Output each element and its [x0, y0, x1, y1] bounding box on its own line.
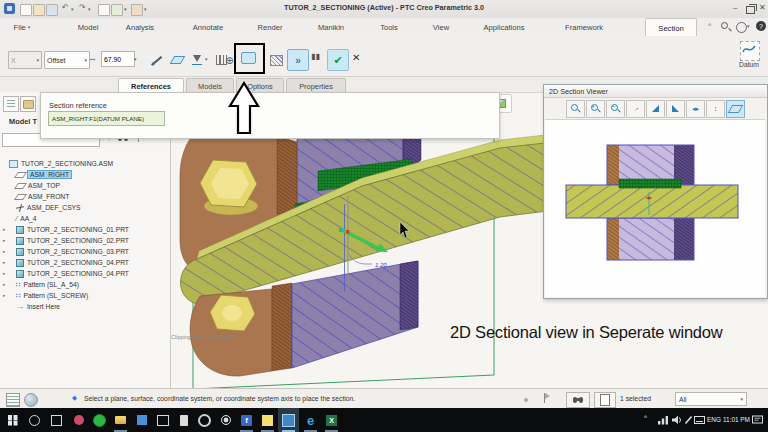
settings-icon[interactable]	[194, 408, 215, 432]
tab-applications[interactable]: Applications	[470, 18, 538, 36]
tree-folder-icon[interactable]	[20, 96, 36, 112]
cortana-icon[interactable]	[24, 408, 45, 432]
flip-horizontal-icon[interactable]: ◂▸	[686, 100, 705, 118]
tree-item-part-04b[interactable]: ▸ TUTOR_2_SECTIONING_04.PRT	[3, 268, 167, 279]
layers-toggle-icon[interactable]	[24, 393, 38, 407]
depth-dropdown-icon[interactable]: ▾	[134, 57, 137, 62]
expander-icon[interactable]: ▸	[3, 293, 16, 298]
zoom-out-icon[interactable]: −	[606, 100, 625, 118]
flip-vertical-icon[interactable]: ↕	[706, 100, 725, 118]
tree-item-insert-here[interactable]: → Insert Here	[3, 301, 167, 312]
calculator-icon[interactable]	[173, 408, 194, 432]
rotate-left-icon[interactable]	[646, 100, 665, 118]
tree-item-pattern-2[interactable]: ▸ ∷ Pattern (SL_SCREW)	[3, 290, 167, 301]
creo-taskbar-icon[interactable]	[278, 408, 299, 432]
tree-view-icon[interactable]	[3, 96, 19, 112]
tab-model[interactable]: Model	[70, 18, 106, 36]
tab-analysis[interactable]: Analysis	[115, 18, 165, 36]
expander-icon[interactable]: ▸	[3, 260, 16, 265]
file-explorer-icon[interactable]	[110, 408, 131, 432]
tab-file[interactable]: File▾	[6, 18, 38, 36]
touch-keyboard-icon[interactable]	[694, 415, 705, 425]
language-indicator[interactable]: ENG	[707, 416, 721, 423]
task-view-icon[interactable]	[46, 408, 67, 432]
start-button[interactable]	[2, 408, 23, 432]
flip-material-button[interactable]	[189, 50, 206, 70]
pen-icon[interactable]	[684, 415, 693, 425]
tab-tools[interactable]: Tools	[370, 18, 408, 36]
toggle-hatching-button[interactable]	[266, 50, 286, 70]
restore-button[interactable]	[746, 6, 755, 14]
edge-icon[interactable]: e	[300, 408, 321, 432]
datum-group-icon[interactable]	[740, 41, 760, 61]
close-button[interactable]: ✕	[759, 4, 766, 12]
clock[interactable]: 11:01 PM	[723, 416, 750, 423]
tree-item-pattern-1[interactable]: ▸ ∷ Pattern (SL_A_54)	[3, 279, 167, 290]
tree-item-part-02[interactable]: ▸ TUTOR_2_SECTIONING_02.PRT	[3, 235, 167, 246]
action-center-icon[interactable]	[752, 415, 763, 425]
plane-reference-button[interactable]	[167, 50, 188, 70]
whatsapp-icon[interactable]	[89, 408, 110, 432]
account-icon[interactable]	[736, 22, 747, 33]
zoom-window-icon[interactable]	[566, 100, 585, 118]
tree-item-assembly[interactable]: TUTOR_2_SECTIONING.ASM	[3, 158, 167, 169]
viewer-canvas[interactable]	[545, 119, 765, 297]
tree-item-part-04[interactable]: ▸ TUTOR_2_SECTIONING_04.PRT	[3, 257, 167, 268]
tab-annotate[interactable]: Annotate	[180, 18, 236, 36]
excel-icon[interactable]: X	[321, 408, 342, 432]
dimension-value[interactable]: 1.20	[375, 262, 387, 268]
cancel-button[interactable]: ✕	[352, 52, 360, 63]
expander-icon[interactable]: ▸	[3, 271, 16, 276]
flip-direction-button[interactable]	[146, 50, 166, 70]
facebook-icon[interactable]: f	[236, 408, 257, 432]
tab-properties[interactable]: Properties	[286, 78, 346, 93]
zoom-in-icon[interactable]: +	[586, 100, 605, 118]
depth-value-input[interactable]	[101, 51, 135, 67]
record-target-icon[interactable]	[215, 408, 236, 432]
tree-item-asm-right[interactable]: ASM_RIGHT	[3, 169, 167, 180]
minimize-button[interactable]: –	[733, 4, 737, 12]
people-app-icon[interactable]	[68, 408, 89, 432]
selection-filter-select[interactable]: All▾	[675, 392, 747, 406]
expander-icon[interactable]: ▸	[3, 238, 16, 243]
show-plane-icon[interactable]	[726, 100, 745, 118]
tree-item-part-03[interactable]: ▸ TUTOR_2_SECTIONING_03.PRT	[3, 246, 167, 257]
rotate-right-icon[interactable]	[666, 100, 685, 118]
refit-icon[interactable]: →	[626, 100, 645, 118]
selection-buffer-button[interactable]	[594, 392, 616, 408]
window-title: TUTOR_2_SECTIONING (Active) - PTC Creo P…	[0, 3, 768, 12]
xsec-name-select[interactable]: X▾	[8, 51, 42, 69]
references-panel: Section reference ASM_RIGHT:F1(DATUM PLA…	[40, 92, 500, 139]
tree-item-asm-front[interactable]: ASM_FRONT	[3, 191, 167, 202]
viewer-title-bar[interactable]: 2D Section Viewer	[544, 85, 767, 98]
tree-item-asm-top[interactable]: ASM_TOP	[3, 180, 167, 191]
tab-framework[interactable]: Framework	[553, 18, 615, 36]
store-icon[interactable]	[152, 408, 173, 432]
tab-render[interactable]: Render	[248, 18, 292, 36]
tab-manikin[interactable]: Manikin	[307, 18, 355, 36]
help-icon[interactable]: ?	[756, 21, 766, 31]
pause-button[interactable]: ▮▮	[311, 53, 320, 61]
preview-button[interactable]: »	[287, 49, 309, 71]
expander-icon[interactable]: ▸	[3, 249, 16, 254]
tree-item-csys[interactable]: ASM_DEF_CSYS	[3, 202, 167, 213]
tree-item-axis[interactable]: ⁄ AA_4	[3, 213, 167, 224]
collapse-ribbon-icon[interactable]: ^	[708, 22, 711, 29]
flip-material-dropdown-icon[interactable]: ▾	[205, 57, 208, 62]
accept-button[interactable]: ✔	[327, 49, 349, 71]
show-hidden-icons[interactable]: ^	[644, 414, 647, 421]
model-tree-toggle-icon[interactable]	[6, 393, 20, 407]
volume-icon[interactable]	[672, 415, 682, 425]
section-type-select[interactable]: Offset▾	[44, 51, 90, 69]
account-dropdown-icon[interactable]: ▾	[747, 24, 750, 29]
tab-section[interactable]: Section	[645, 18, 697, 37]
tree-item-part-01[interactable]: ▸ TUTOR_2_SECTIONING_01.PRT	[3, 224, 167, 235]
photos-app-icon[interactable]	[131, 408, 152, 432]
section-reference-field[interactable]: ASM_RIGHT:F1(DATUM PLANE)	[48, 111, 165, 126]
network-icon[interactable]	[658, 415, 669, 425]
expander-icon[interactable]: ▸	[3, 282, 16, 287]
expander-icon[interactable]: ▸	[3, 227, 16, 232]
sticky-notes-icon[interactable]	[257, 408, 278, 432]
tab-view[interactable]: View	[423, 18, 459, 36]
search-model-button[interactable]	[566, 392, 590, 408]
